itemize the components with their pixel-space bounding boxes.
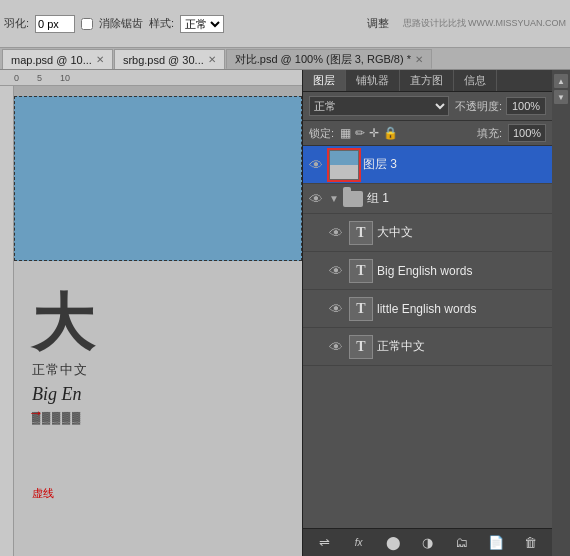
layer-item-da[interactable]: 👁 T 大中文 — [303, 214, 552, 252]
layer-list: 👁 图层 3 👁 ▼ 组 1 👁 T 大中文 👁 — [303, 146, 552, 528]
layer-da-visibility-icon[interactable]: 👁 — [327, 225, 345, 241]
layer-item-layer3[interactable]: 👁 图层 3 — [303, 146, 552, 184]
tab-map-label: map.psd @ 10... — [11, 54, 92, 66]
canvas-blue-bg — [14, 96, 302, 261]
layer-item-little[interactable]: 👁 T little English words — [303, 290, 552, 328]
layer-little-name: little English words — [377, 302, 548, 316]
layer-little-type-icon: T — [349, 297, 373, 321]
panel-btn-group[interactable]: 🗂 — [451, 532, 473, 554]
ruler-vertical — [0, 86, 14, 556]
layer3-visibility-icon[interactable]: 👁 — [307, 157, 325, 173]
group1-visibility-icon[interactable]: 👁 — [307, 191, 325, 207]
layer-little-visibility-icon[interactable]: 👁 — [327, 301, 345, 317]
canvas-area: 0 5 10 大 正常中文 Big En ▓▓▓▓▓ → 虚线 — [0, 70, 302, 556]
top-toolbar: 羽化: 消除锯齿 样式: 正常 调整 思路设计比比找 WWW.MISSYUAN.… — [0, 0, 570, 48]
canvas-text-da: 大 — [32, 281, 94, 365]
layer-normal-name: 正常中文 — [377, 338, 548, 355]
lock-label: 锁定: — [309, 126, 334, 141]
watermark: 思路设计比比找 WWW.MISSYUAN.COM — [403, 17, 567, 30]
panel-tab-info[interactable]: 信息 — [454, 70, 497, 91]
canvas-content: 大 正常中文 Big En ▓▓▓▓▓ → 虚线 — [14, 86, 302, 556]
tab-compare-label: 对比.psd @ 100% (图层 3, RGB/8) * — [235, 52, 411, 67]
fill-input[interactable] — [508, 124, 546, 142]
tab-compare[interactable]: 对比.psd @ 100% (图层 3, RGB/8) * ✕ — [226, 49, 432, 69]
layer-normal-type-icon: T — [349, 335, 373, 359]
panel-tab-channels[interactable]: 铺轨器 — [346, 70, 400, 91]
lock-all-icon[interactable]: 🔒 — [383, 126, 398, 140]
group1-arrow-icon[interactable]: ▼ — [329, 193, 339, 204]
tab-srbg-close[interactable]: ✕ — [208, 54, 216, 65]
panel-btn-delete[interactable]: 🗑 — [520, 532, 542, 554]
layer-big-visibility-icon[interactable]: 👁 — [327, 263, 345, 279]
strip-btn-2[interactable]: ▼ — [554, 90, 568, 104]
canvas-text-big-english: Big En — [32, 384, 82, 405]
blend-mode-select[interactable]: 正常 — [309, 96, 449, 116]
fill-label: 填充: — [477, 126, 502, 141]
panel-btn-link[interactable]: ⇌ — [313, 532, 335, 554]
layer-item-big[interactable]: 👁 T Big English words — [303, 252, 552, 290]
lock-icons: ▦ ✏ ✛ 🔒 — [340, 126, 398, 140]
lock-transparency-icon[interactable]: ▦ — [340, 126, 351, 140]
style-label: 样式: — [149, 16, 174, 31]
feather-label: 羽化: — [4, 16, 29, 31]
right-strip: ▲ ▼ — [552, 70, 570, 556]
tab-srbg-label: srbg.psd @ 30... — [123, 54, 204, 66]
red-arrow: → — [28, 404, 44, 422]
lock-paint-icon[interactable]: ✏ — [355, 126, 365, 140]
group1-name: 组 1 — [367, 190, 548, 207]
layer-normal-visibility-icon[interactable]: 👁 — [327, 339, 345, 355]
strip-btn-1[interactable]: ▲ — [554, 74, 568, 88]
layer-big-name: Big English words — [377, 264, 548, 278]
main-area: 0 5 10 大 正常中文 Big En ▓▓▓▓▓ → 虚线 图层 铺轨器 直… — [0, 70, 570, 556]
lock-move-icon[interactable]: ✛ — [369, 126, 379, 140]
adjust-label: 调整 — [367, 16, 389, 31]
opacity-row: 不透明度: — [455, 97, 546, 115]
layer-big-type-icon: T — [349, 259, 373, 283]
panel-btn-new-layer[interactable]: 📄 — [485, 532, 507, 554]
layer3-thumbnail — [329, 150, 359, 180]
panel-tab-layers[interactable]: 图层 — [303, 70, 346, 91]
antialiased-checkbox[interactable] — [81, 18, 93, 30]
panel-tab-histogram[interactable]: 直方图 — [400, 70, 454, 91]
panel-btn-fx[interactable]: fx — [348, 532, 370, 554]
panel-tabs: 图层 铺轨器 直方图 信息 — [303, 70, 552, 92]
canvas-text-chinese-small: 正常中文 — [32, 361, 88, 379]
panel-btn-mask[interactable]: ⬤ — [382, 532, 404, 554]
style-select[interactable]: 正常 — [180, 15, 224, 33]
antialiased-label: 消除锯齿 — [99, 16, 143, 31]
label-xuqian: 虚线 — [32, 486, 54, 501]
panel-blend-row: 正常 不透明度: — [303, 92, 552, 121]
lock-row: 锁定: ▦ ✏ ✛ 🔒 填充: — [303, 121, 552, 146]
layer3-name: 图层 3 — [363, 156, 548, 173]
feather-input[interactable] — [35, 15, 75, 33]
right-panel: 图层 铺轨器 直方图 信息 正常 不透明度: 锁定: ▦ ✏ ✛ 🔒 — [302, 70, 552, 556]
layer-da-type-icon: T — [349, 221, 373, 245]
tab-srbg[interactable]: srbg.psd @ 30... ✕ — [114, 49, 225, 69]
tab-compare-close[interactable]: ✕ — [415, 54, 423, 65]
tab-map-close[interactable]: ✕ — [96, 54, 104, 65]
tab-map[interactable]: map.psd @ 10... ✕ — [2, 49, 113, 69]
ruler-horizontal: 0 5 10 — [0, 70, 302, 86]
layer-group1-header[interactable]: 👁 ▼ 组 1 — [303, 184, 552, 214]
opacity-label: 不透明度: — [455, 99, 502, 114]
layer-item-normal[interactable]: 👁 T 正常中文 — [303, 328, 552, 366]
opacity-input[interactable] — [506, 97, 546, 115]
panel-btn-adjustment[interactable]: ◑ — [416, 532, 438, 554]
tab-bar: map.psd @ 10... ✕ srbg.psd @ 30... ✕ 对比.… — [0, 48, 570, 70]
group1-folder-icon — [343, 191, 363, 207]
layer-da-name: 大中文 — [377, 224, 548, 241]
panel-bottom-toolbar: ⇌ fx ⬤ ◑ 🗂 📄 🗑 — [303, 528, 552, 556]
